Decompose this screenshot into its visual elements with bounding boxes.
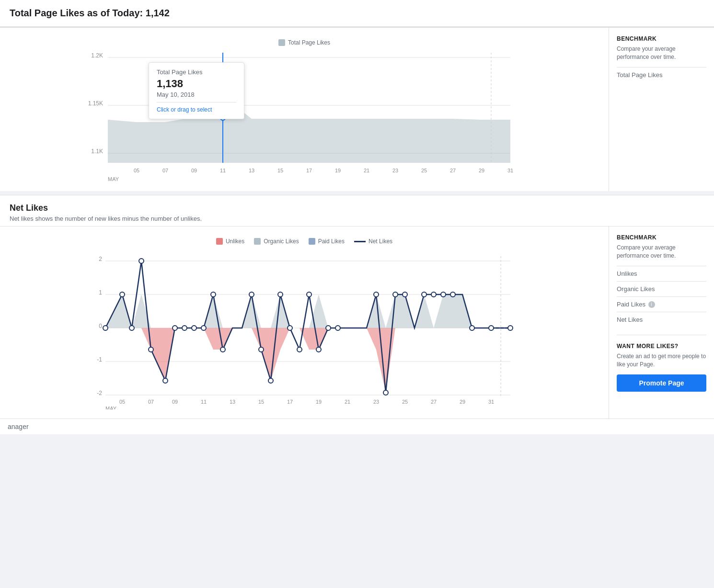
footer-bar: anager <box>0 418 714 434</box>
svg-point-59 <box>374 292 379 297</box>
net-likes-header: Net Likes Net likes shows the number of … <box>0 195 714 226</box>
svg-point-64 <box>431 292 436 297</box>
svg-text:13: 13 <box>230 399 235 405</box>
svg-point-67 <box>470 326 474 330</box>
legend-label-net-likes: Net Likes <box>369 238 392 245</box>
svg-text:13: 13 <box>249 168 254 173</box>
svg-point-39 <box>129 326 134 330</box>
total-likes-legend: Total Page Likes <box>10 35 599 48</box>
legend-line-net-likes <box>354 241 366 242</box>
benchmark-desc-1: Compare your average performance over ti… <box>617 45 706 61</box>
svg-text:21: 21 <box>364 168 369 173</box>
benchmark-title-1: BENCHMARK <box>617 35 706 42</box>
svg-point-50 <box>259 347 264 352</box>
net-likes-title: Net Likes <box>10 203 704 213</box>
svg-point-23 <box>220 114 226 120</box>
svg-text:1: 1 <box>99 289 102 296</box>
svg-point-68 <box>489 326 494 330</box>
svg-point-66 <box>450 292 455 297</box>
svg-point-55 <box>307 292 311 297</box>
svg-point-49 <box>249 292 254 297</box>
legend-color-total-page-likes <box>278 39 285 46</box>
svg-text:15: 15 <box>258 399 264 405</box>
svg-text:MAY: MAY <box>108 176 119 182</box>
benchmark-item-net-likes[interactable]: Net Likes <box>617 312 706 327</box>
svg-text:09: 09 <box>172 399 178 405</box>
paid-likes-info-icon[interactable]: i <box>648 301 655 308</box>
svg-point-54 <box>297 347 302 352</box>
svg-text:27: 27 <box>431 399 437 405</box>
svg-text:25: 25 <box>421 168 427 173</box>
svg-text:05: 05 <box>134 168 139 173</box>
promote-page-button[interactable]: Promote Page <box>617 374 706 392</box>
svg-text:09: 09 <box>191 168 197 173</box>
svg-text:2: 2 <box>99 256 102 262</box>
svg-point-56 <box>316 347 321 352</box>
svg-text:1.15K: 1.15K <box>88 100 103 107</box>
svg-point-60 <box>383 390 388 395</box>
svg-marker-6 <box>108 96 510 163</box>
svg-text:27: 27 <box>450 168 456 173</box>
benchmark-item-total-page-likes[interactable]: Total Page Likes <box>617 67 706 82</box>
svg-point-53 <box>288 326 292 330</box>
benchmark-item-unlikes[interactable]: Unlikes <box>617 266 706 281</box>
net-likes-chart-area: Unlikes Organic Likes Paid Likes Net Lik… <box>0 226 714 418</box>
svg-text:MAY: MAY <box>105 406 117 409</box>
benchmark-item-organic-likes[interactable]: Organic Likes <box>617 281 706 296</box>
total-likes-chart-wrapper[interactable]: 1.2K 1.15K 1.1K 05 07 09 11 13 15 <box>10 48 599 183</box>
benchmark-item-paid-likes[interactable]: Paid Likes i <box>617 296 706 312</box>
legend-item-total-page-likes: Total Page Likes <box>278 39 330 46</box>
svg-point-45 <box>192 326 196 330</box>
svg-text:11: 11 <box>220 168 226 173</box>
svg-point-51 <box>268 378 273 383</box>
svg-text:31: 31 <box>488 399 494 405</box>
svg-text:25: 25 <box>402 399 408 405</box>
svg-text:23: 23 <box>392 168 398 173</box>
legend-item-unlikes: Unlikes <box>216 238 244 245</box>
legend-label-total-page-likes: Total Page Likes <box>288 39 330 46</box>
svg-text:15: 15 <box>277 168 283 173</box>
footer-text: anager <box>8 423 29 430</box>
svg-point-61 <box>393 292 398 297</box>
svg-point-47 <box>211 292 216 297</box>
svg-text:17: 17 <box>287 399 293 405</box>
legend-item-organic-likes: Organic Likes <box>254 238 299 245</box>
svg-text:-2: -2 <box>97 390 102 396</box>
legend-label-organic-likes: Organic Likes <box>264 238 299 245</box>
svg-point-62 <box>403 292 407 297</box>
svg-point-41 <box>149 347 153 352</box>
svg-text:-1: -1 <box>97 356 102 363</box>
svg-point-58 <box>335 326 340 330</box>
svg-text:1.1K: 1.1K <box>91 148 103 155</box>
total-likes-chart-area: Total Page Likes 1.2K 1.15K 1.1K <box>0 27 714 191</box>
total-likes-benchmark-sidebar: BENCHMARK Compare your average performan… <box>609 28 714 191</box>
svg-text:11: 11 <box>201 399 207 405</box>
svg-point-69 <box>508 326 513 330</box>
legend-label-paid-likes: Paid Likes <box>318 238 345 245</box>
svg-text:29: 29 <box>479 168 484 173</box>
svg-point-37 <box>103 326 108 330</box>
svg-point-43 <box>173 326 177 330</box>
svg-text:07: 07 <box>148 399 154 405</box>
net-likes-benchmark-sidebar: BENCHMARK Compare your average performan… <box>609 226 714 418</box>
legend-item-paid-likes: Paid Likes <box>309 238 345 245</box>
net-likes-chart-main: Unlikes Organic Likes Paid Likes Net Lik… <box>0 226 609 418</box>
svg-text:21: 21 <box>345 399 350 405</box>
net-likes-description: Net likes shows the number of new likes … <box>10 215 704 222</box>
total-likes-svg: 1.2K 1.15K 1.1K 05 07 09 11 13 15 <box>10 48 599 182</box>
page-title: Total Page Likes as of Today: 1,142 <box>10 8 704 19</box>
want-more-desc: Create an ad to get more people to like … <box>617 352 706 369</box>
svg-text:07: 07 <box>162 168 168 173</box>
want-more-section: WANT MORE LIKES? Create an ad to get mor… <box>617 335 706 392</box>
net-likes-section: Net Likes Net likes shows the number of … <box>0 195 714 418</box>
svg-point-48 <box>220 347 225 352</box>
svg-point-46 <box>201 326 206 330</box>
svg-text:31: 31 <box>507 168 513 173</box>
svg-text:1.2K: 1.2K <box>91 52 103 59</box>
legend-color-organic-likes <box>254 238 261 245</box>
svg-point-57 <box>326 326 331 330</box>
svg-point-65 <box>441 292 446 297</box>
svg-point-40 <box>139 259 144 263</box>
svg-text:0: 0 <box>99 323 102 329</box>
net-likes-chart-wrapper[interactable]: 2 1 0 -1 -2 <box>10 247 599 411</box>
